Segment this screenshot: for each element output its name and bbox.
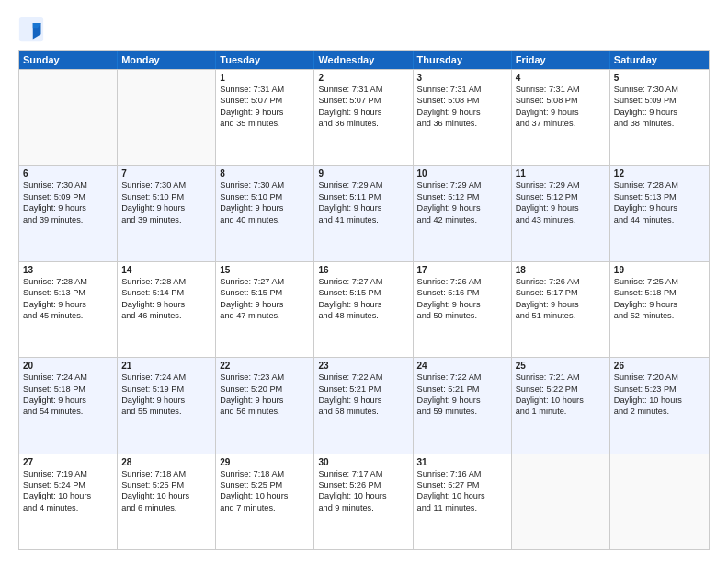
cell-line: Daylight: 9 hours: [121, 202, 211, 213]
calendar: SundayMondayTuesdayWednesdayThursdayFrid…: [18, 50, 710, 550]
day-cell-28: 28Sunrise: 7:18 AMSunset: 5:25 PMDayligh…: [118, 454, 216, 549]
cell-line: Daylight: 9 hours: [318, 395, 408, 406]
day-number: 30: [318, 457, 408, 467]
day-cell-2: 2Sunrise: 7:31 AMSunset: 5:07 PMDaylight…: [314, 70, 413, 165]
day-cell-30: 30Sunrise: 7:17 AMSunset: 5:26 PMDayligh…: [314, 454, 413, 549]
cell-line: Sunset: 5:08 PM: [417, 95, 507, 106]
day-cell-19: 19Sunrise: 7:25 AMSunset: 5:18 PMDayligh…: [610, 262, 709, 357]
cell-line: Sunrise: 7:31 AM: [516, 84, 606, 95]
day-cell-24: 24Sunrise: 7:22 AMSunset: 5:21 PMDayligh…: [414, 358, 512, 453]
day-number: 10: [417, 168, 507, 178]
day-cell-6: 6Sunrise: 7:30 AMSunset: 5:09 PMDaylight…: [19, 166, 118, 260]
cell-line: Daylight: 10 hours: [614, 395, 705, 406]
cell-line: Sunrise: 7:29 AM: [318, 179, 408, 190]
cell-line: Sunrise: 7:30 AM: [614, 84, 705, 95]
header: [18, 17, 710, 42]
day-cell-23: 23Sunrise: 7:22 AMSunset: 5:21 PMDayligh…: [314, 358, 413, 453]
day-cell-20: 20Sunrise: 7:24 AMSunset: 5:18 PMDayligh…: [19, 358, 118, 453]
day-number: 31: [417, 457, 507, 467]
day-cell-4: 4Sunrise: 7:31 AMSunset: 5:08 PMDaylight…: [512, 70, 610, 165]
header-day-monday: Monday: [118, 51, 216, 69]
day-cell-10: 10Sunrise: 7:29 AMSunset: 5:12 PMDayligh…: [414, 166, 512, 260]
cell-line: and 54 minutes.: [23, 406, 113, 417]
day-number: 13: [23, 265, 113, 275]
day-cell-15: 15Sunrise: 7:27 AMSunset: 5:15 PMDayligh…: [216, 262, 314, 357]
empty-cell: [512, 454, 610, 549]
day-cell-17: 17Sunrise: 7:26 AMSunset: 5:16 PMDayligh…: [414, 262, 512, 357]
day-cell-26: 26Sunrise: 7:20 AMSunset: 5:23 PMDayligh…: [610, 358, 709, 453]
cell-line: Sunrise: 7:29 AM: [516, 179, 606, 190]
cell-line: Daylight: 9 hours: [614, 202, 705, 213]
cell-line: Sunrise: 7:22 AM: [318, 372, 408, 383]
day-number: 5: [614, 73, 705, 83]
day-cell-22: 22Sunrise: 7:23 AMSunset: 5:20 PMDayligh…: [216, 358, 314, 453]
cell-line: Daylight: 9 hours: [121, 395, 211, 406]
cell-line: Sunset: 5:09 PM: [23, 191, 113, 202]
cell-line: Sunrise: 7:31 AM: [220, 84, 310, 95]
cell-line: and 55 minutes.: [121, 406, 211, 417]
cell-line: Sunset: 5:25 PM: [220, 479, 310, 490]
day-number: 29: [220, 457, 310, 467]
cell-line: and 4 minutes.: [23, 502, 113, 513]
cell-line: Daylight: 9 hours: [318, 299, 408, 310]
cell-line: Sunrise: 7:26 AM: [516, 276, 606, 287]
cell-line: and 48 minutes.: [318, 310, 408, 321]
cell-line: and 6 minutes.: [121, 502, 211, 513]
logo-icon: [18, 17, 44, 42]
cell-line: Daylight: 9 hours: [121, 299, 211, 310]
cell-line: and 50 minutes.: [417, 310, 507, 321]
cell-line: Sunset: 5:23 PM: [614, 384, 705, 395]
cell-line: Sunrise: 7:31 AM: [318, 84, 408, 95]
day-number: 25: [516, 361, 606, 371]
cell-line: Daylight: 9 hours: [23, 299, 113, 310]
cell-line: and 52 minutes.: [614, 310, 705, 321]
header-day-friday: Friday: [512, 51, 610, 69]
day-number: 17: [417, 265, 507, 275]
day-cell-21: 21Sunrise: 7:24 AMSunset: 5:19 PMDayligh…: [118, 358, 216, 453]
cell-line: and 59 minutes.: [417, 406, 507, 417]
cell-line: Daylight: 9 hours: [417, 395, 507, 406]
cell-line: Daylight: 9 hours: [417, 202, 507, 213]
calendar-row: 6Sunrise: 7:30 AMSunset: 5:09 PMDaylight…: [19, 165, 709, 260]
day-number: 15: [220, 265, 310, 275]
cell-line: and 44 minutes.: [614, 214, 705, 225]
day-cell-16: 16Sunrise: 7:27 AMSunset: 5:15 PMDayligh…: [314, 262, 413, 357]
cell-line: Sunset: 5:19 PM: [121, 384, 211, 395]
header-day-saturday: Saturday: [610, 51, 709, 69]
day-cell-7: 7Sunrise: 7:30 AMSunset: 5:10 PMDaylight…: [118, 166, 216, 260]
cell-line: Sunset: 5:25 PM: [121, 479, 211, 490]
cell-line: Daylight: 9 hours: [318, 107, 408, 118]
cell-line: Sunset: 5:22 PM: [516, 384, 606, 395]
day-number: 20: [23, 361, 113, 371]
cell-line: Sunset: 5:08 PM: [516, 95, 606, 106]
cell-line: Sunrise: 7:24 AM: [23, 372, 113, 383]
cell-line: Daylight: 10 hours: [121, 490, 211, 501]
cell-line: Sunset: 5:13 PM: [23, 287, 113, 298]
day-number: 18: [516, 265, 606, 275]
cell-line: Sunset: 5:15 PM: [318, 287, 408, 298]
day-number: 26: [614, 361, 705, 371]
calendar-row: 13Sunrise: 7:28 AMSunset: 5:13 PMDayligh…: [19, 261, 709, 357]
cell-line: Sunset: 5:16 PM: [417, 287, 507, 298]
cell-line: Daylight: 9 hours: [417, 299, 507, 310]
calendar-row: 1Sunrise: 7:31 AMSunset: 5:07 PMDaylight…: [19, 69, 709, 165]
cell-line: Daylight: 9 hours: [516, 299, 606, 310]
cell-line: Sunrise: 7:28 AM: [614, 179, 705, 190]
cell-line: Sunrise: 7:24 AM: [121, 372, 211, 383]
day-cell-3: 3Sunrise: 7:31 AMSunset: 5:08 PMDaylight…: [414, 70, 512, 165]
page: SundayMondayTuesdayWednesdayThursdayFrid…: [0, 0, 728, 563]
cell-line: and 7 minutes.: [220, 502, 310, 513]
cell-line: Daylight: 9 hours: [220, 202, 310, 213]
day-cell-12: 12Sunrise: 7:28 AMSunset: 5:13 PMDayligh…: [610, 166, 709, 260]
day-cell-25: 25Sunrise: 7:21 AMSunset: 5:22 PMDayligh…: [512, 358, 610, 453]
cell-line: Sunset: 5:21 PM: [417, 384, 507, 395]
cell-line: Sunrise: 7:23 AM: [220, 372, 310, 383]
day-number: 28: [121, 457, 211, 467]
cell-line: Sunset: 5:10 PM: [121, 191, 211, 202]
cell-line: Sunrise: 7:27 AM: [220, 276, 310, 287]
cell-line: and 37 minutes.: [516, 118, 606, 129]
cell-line: and 2 minutes.: [614, 406, 705, 417]
cell-line: and 40 minutes.: [220, 214, 310, 225]
cell-line: and 47 minutes.: [220, 310, 310, 321]
cell-line: and 1 minute.: [516, 406, 606, 417]
